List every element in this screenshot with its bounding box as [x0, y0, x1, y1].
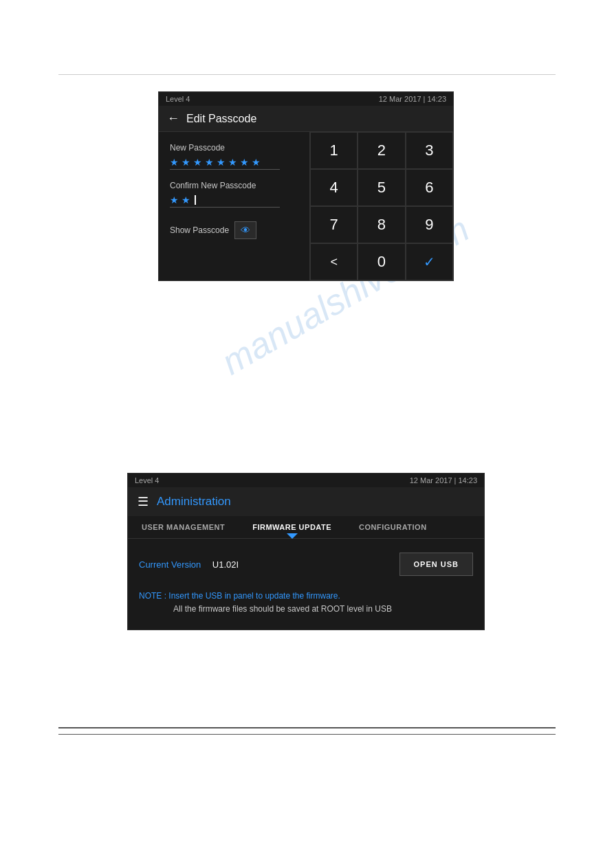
passcode-body: New Passcode ★ ★ ★ ★ ★ ★ ★ ★ Confirm New…	[159, 132, 453, 280]
level-label-1: Level 4	[166, 95, 190, 103]
tab-firmware-update[interactable]: FIRMWARE UPDATE	[239, 516, 345, 538]
show-passcode-row: Show Passcode 👁	[170, 221, 298, 239]
hamburger-icon[interactable]: ☰	[138, 494, 149, 509]
numpad-confirm[interactable]: ✓	[406, 243, 453, 280]
version-label: Current Version	[139, 559, 201, 570]
backspace-icon: <	[330, 255, 338, 269]
tab-user-management[interactable]: USER MANAGEMENT	[128, 516, 239, 538]
numpad-key-4[interactable]: 4	[310, 169, 358, 206]
screen1-header: ← Edit Passcode	[159, 106, 453, 132]
confirm-passcode-dots: ★ ★	[170, 194, 298, 205]
back-button[interactable]: ←	[167, 111, 179, 126]
new-passcode-label: New Passcode	[170, 143, 298, 153]
bottom-divider-1	[58, 727, 556, 728]
passcode-left-panel: New Passcode ★ ★ ★ ★ ★ ★ ★ ★ Confirm New…	[159, 132, 310, 280]
dot-3: ★	[193, 157, 202, 168]
numpad: 1 2 3 4 5 6 7 8 9 < 0 ✓	[310, 132, 453, 280]
dot-8: ★	[252, 157, 261, 168]
confirm-passcode-underline	[170, 207, 280, 208]
numpad-key-8[interactable]: 8	[358, 206, 405, 243]
dot-6: ★	[228, 157, 237, 168]
bottom-divider-2	[58, 734, 556, 735]
edit-passcode-screen: Level 4 12 Mar 2017 | 14:23 ← Edit Passc…	[158, 91, 454, 281]
dot-1: ★	[170, 157, 179, 168]
confirm-dot-2: ★	[182, 194, 190, 205]
admin-title: Administration	[157, 495, 231, 509]
level-label-2: Level 4	[135, 476, 159, 485]
numpad-key-9[interactable]: 9	[406, 206, 453, 243]
dot-5: ★	[217, 157, 226, 168]
firmware-body: Current Version U1.02I OPEN USB NOTE : I…	[128, 539, 484, 630]
show-passcode-label: Show Passcode	[170, 225, 229, 235]
numpad-key-6[interactable]: 6	[406, 169, 453, 206]
statusbar-2: Level 4 12 Mar 2017 | 14:23	[128, 474, 484, 487]
new-passcode-dots: ★ ★ ★ ★ ★ ★ ★ ★	[170, 157, 298, 168]
dot-7: ★	[240, 157, 249, 168]
admin-tabs: USER MANAGEMENT FIRMWARE UPDATE CONFIGUR…	[128, 516, 484, 539]
text-cursor	[195, 195, 196, 205]
dot-2: ★	[182, 157, 190, 168]
screen1-title: Edit Passcode	[186, 113, 256, 125]
dot-4: ★	[205, 157, 214, 168]
firmware-note: NOTE : Insert the USB in panel to update…	[139, 590, 473, 616]
numpad-key-0[interactable]: 0	[358, 243, 405, 280]
numpad-key-2[interactable]: 2	[358, 132, 405, 169]
top-divider	[58, 74, 556, 75]
screen2-header: ☰ Administration	[128, 487, 484, 516]
statusbar-1: Level 4 12 Mar 2017 | 14:23	[159, 92, 453, 106]
numpad-key-3[interactable]: 3	[406, 132, 453, 169]
eye-icon: 👁	[241, 225, 250, 236]
checkmark-icon: ✓	[424, 254, 435, 270]
datetime-label-2: 12 Mar 2017 | 14:23	[410, 476, 477, 485]
confirm-dot-1: ★	[170, 194, 179, 205]
datetime-label-1: 12 Mar 2017 | 14:23	[379, 95, 446, 103]
show-passcode-button[interactable]: 👁	[234, 221, 256, 239]
open-usb-button[interactable]: OPEN USB	[399, 553, 473, 576]
firmware-version-row: Current Version U1.02I OPEN USB	[139, 553, 473, 576]
numpad-key-7[interactable]: 7	[310, 206, 358, 243]
numpad-key-5[interactable]: 5	[358, 169, 405, 206]
firmware-version-info: Current Version U1.02I	[139, 558, 239, 570]
numpad-backspace[interactable]: <	[310, 243, 358, 280]
version-value: U1.02I	[212, 559, 239, 570]
new-passcode-underline	[170, 169, 280, 170]
tab-configuration[interactable]: CONFIGURATION	[345, 516, 441, 538]
confirm-passcode-label: Confirm New Passcode	[170, 181, 298, 190]
numpad-key-1[interactable]: 1	[310, 132, 358, 169]
administration-screen: Level 4 12 Mar 2017 | 14:23 ☰ Administra…	[127, 473, 485, 630]
